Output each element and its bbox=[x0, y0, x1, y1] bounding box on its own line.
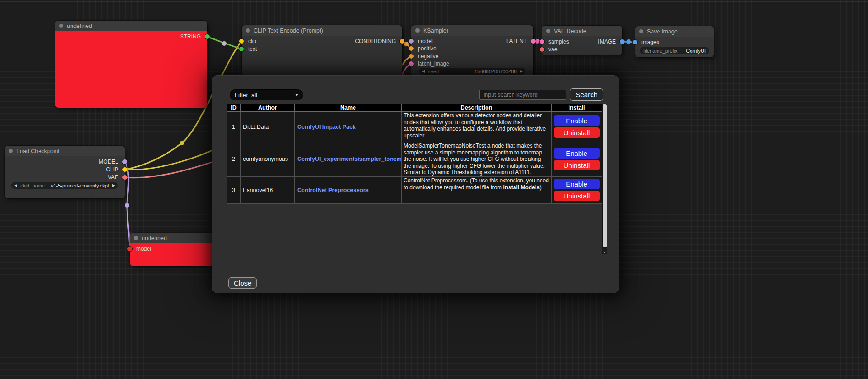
extension-row: 3 Fannovel16 ControlNet Preprocessors Co… bbox=[227, 176, 602, 203]
input-slot-images: images bbox=[635, 38, 714, 46]
node-collapse-dot[interactable] bbox=[546, 29, 550, 33]
vae-input-pin[interactable] bbox=[540, 47, 544, 52]
cell-id: 2 bbox=[227, 142, 241, 177]
output-slot-conditioning: CONDITIONING bbox=[242, 38, 402, 45]
link-dot-string bbox=[222, 41, 227, 46]
extension-link[interactable]: ComfyUI Impact Pack bbox=[297, 124, 356, 130]
node-header[interactable]: Save Image bbox=[635, 26, 714, 37]
cell-description: ModelSamplerTonemapNoiseTest a node that… bbox=[402, 142, 552, 177]
next-value-icon[interactable] bbox=[112, 184, 115, 187]
extension-link[interactable]: ComfyUI_experiments/sampler_tonemap bbox=[297, 156, 402, 162]
previous-value-icon[interactable] bbox=[14, 184, 17, 187]
node-header[interactable]: undefined bbox=[130, 233, 221, 243]
header-author: Author bbox=[241, 104, 295, 112]
cell-description: This extension offers various detector n… bbox=[402, 112, 552, 142]
node-title: undefined bbox=[67, 23, 92, 29]
images-input-pin[interactable] bbox=[633, 40, 637, 44]
scrollbar-thumb[interactable] bbox=[603, 104, 607, 247]
negative-input-pin[interactable] bbox=[409, 54, 414, 59]
table-header-row: ID Author Name Description Install bbox=[227, 104, 602, 112]
node-title: VAE Decode bbox=[554, 28, 586, 34]
extension-row: 2 comfyanonymous ComfyUI_experiments/sam… bbox=[227, 142, 602, 177]
node-header[interactable]: Load Checkpoint bbox=[5, 146, 125, 156]
output-slot-latent: LATENT bbox=[411, 38, 533, 45]
node-header[interactable]: CLIP Text Encode (Prompt) bbox=[242, 25, 402, 36]
node-load-checkpoint[interactable]: Load Checkpoint MODEL CLIP VAE ckpt_name… bbox=[5, 146, 125, 198]
node-title: Save Image bbox=[647, 28, 678, 35]
input-slot-vae: vae bbox=[542, 46, 622, 53]
search-area: Search bbox=[479, 88, 603, 101]
header-install: Install bbox=[552, 104, 602, 112]
input-slot-negative: negative bbox=[411, 53, 533, 60]
output-slot-vae: VAE bbox=[5, 174, 125, 181]
output-slot-clip: CLIP bbox=[5, 166, 125, 173]
link-dot-model bbox=[125, 203, 129, 208]
clip-output-pin[interactable] bbox=[122, 167, 127, 172]
node-vae-decode[interactable]: VAE Decode samples vae IMAGE bbox=[542, 26, 622, 55]
input-slot-text: text bbox=[242, 45, 402, 53]
scroll-down-button[interactable] bbox=[602, 248, 607, 254]
chevron-down-icon bbox=[603, 247, 606, 255]
decrement-icon[interactable] bbox=[422, 70, 425, 73]
extension-link[interactable]: ControlNet Preprocessors bbox=[297, 187, 369, 193]
search-button[interactable]: Search bbox=[570, 88, 603, 101]
node-ksampler[interactable]: KSampler model positive negative latent_… bbox=[411, 25, 533, 77]
header-description: Description bbox=[402, 104, 552, 112]
node-collapse-dot[interactable] bbox=[415, 28, 420, 33]
cell-id: 3 bbox=[227, 176, 241, 203]
header-id: ID bbox=[227, 104, 241, 112]
output-slot-image: IMAGE bbox=[542, 38, 622, 45]
node-title: CLIP Text Encode (Prompt) bbox=[254, 27, 323, 34]
graph-canvas[interactable]: undefined STRING CLIP Text Encode (Promp… bbox=[0, 0, 868, 379]
latent-output-pin[interactable] bbox=[531, 39, 536, 44]
positive-input-pin[interactable] bbox=[409, 46, 414, 51]
ckpt-name-widget[interactable]: ckpt_name v1-5-pruned-emaonly.ckpt bbox=[11, 182, 118, 189]
extensions-table: ID Author Name Description Install 1 Dr.… bbox=[227, 104, 602, 204]
cell-description: ControlNet Preprocessors. (To use this e… bbox=[402, 176, 552, 203]
enable-button[interactable]: Enable bbox=[554, 179, 600, 189]
link-dot-image bbox=[626, 39, 631, 44]
node-collapse-dot[interactable] bbox=[59, 24, 63, 28]
enable-button[interactable]: Enable bbox=[554, 148, 600, 159]
filter-select-wrap: Filter: all bbox=[230, 89, 303, 100]
node-undefined-top[interactable]: undefined STRING bbox=[55, 21, 207, 108]
filename-prefix-widget[interactable]: filename_prefix ComfyUI bbox=[640, 47, 709, 54]
node-undefined-bottom[interactable]: undefined model bbox=[130, 233, 221, 266]
node-collapse-dot[interactable] bbox=[134, 236, 138, 240]
node-save-image[interactable]: Save Image images filename_prefix ComfyU… bbox=[635, 26, 714, 57]
extensions-table-wrap: ID Author Name Description Install 1 Dr.… bbox=[227, 104, 608, 255]
conditioning-output-pin[interactable] bbox=[400, 39, 404, 44]
input-slot-latent-image: latent_image bbox=[411, 60, 533, 67]
cell-author: comfyanonymous bbox=[241, 142, 295, 177]
filter-select[interactable]: Filter: all bbox=[230, 89, 303, 100]
node-title: undefined bbox=[142, 235, 167, 242]
node-header[interactable]: undefined bbox=[55, 21, 207, 31]
node-header[interactable]: KSampler bbox=[411, 25, 533, 36]
search-input[interactable] bbox=[479, 90, 566, 100]
text-input-pin[interactable] bbox=[239, 47, 244, 51]
node-clip-text-encode[interactable]: CLIP Text Encode (Prompt) clip text COND… bbox=[242, 25, 402, 76]
vae-output-pin[interactable] bbox=[122, 175, 127, 180]
seed-widget[interactable]: seed 156680208700286 bbox=[419, 68, 525, 75]
uninstall-button[interactable]: Uninstall bbox=[554, 160, 600, 170]
image-output-pin[interactable] bbox=[620, 39, 625, 44]
uninstall-button[interactable]: Uninstall bbox=[554, 127, 600, 138]
model-output-pin[interactable] bbox=[122, 159, 127, 164]
model-input-pin[interactable] bbox=[127, 247, 132, 251]
latent-image-input-pin[interactable] bbox=[409, 61, 414, 66]
link-dot-clip bbox=[180, 141, 184, 145]
cell-id: 1 bbox=[227, 112, 241, 142]
node-collapse-dot[interactable] bbox=[639, 29, 643, 33]
string-output-pin[interactable] bbox=[205, 34, 210, 39]
close-button[interactable]: Close bbox=[228, 277, 257, 289]
extension-row: 1 Dr.Lt.Data ComfyUI Impact Pack This ex… bbox=[227, 112, 602, 142]
node-title: KSampler bbox=[423, 27, 448, 34]
enable-button[interactable]: Enable bbox=[554, 115, 600, 126]
node-collapse-dot[interactable] bbox=[246, 28, 250, 33]
node-header[interactable]: VAE Decode bbox=[542, 26, 622, 36]
input-slot-positive: positive bbox=[411, 45, 533, 52]
uninstall-button[interactable]: Uninstall bbox=[554, 191, 600, 201]
node-collapse-dot[interactable] bbox=[9, 149, 13, 153]
increment-icon[interactable] bbox=[520, 70, 523, 73]
table-scrollbar[interactable] bbox=[602, 104, 608, 255]
